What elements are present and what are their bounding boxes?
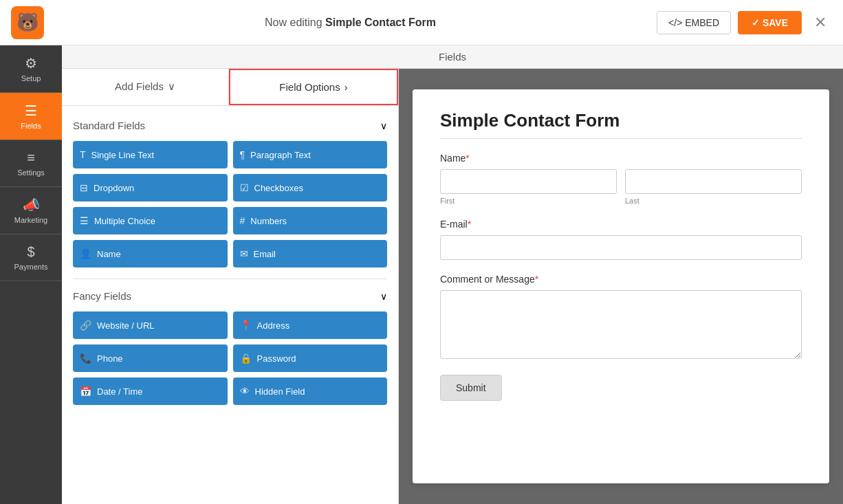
top-header: 🐻 Now editing Simple Contact Form </> EM… <box>0 0 843 45</box>
dropdown-icon: ⊟ <box>80 182 88 193</box>
field-btn-phone[interactable]: 📞 Phone <box>73 344 228 372</box>
field-btn-email[interactable]: ✉ Email <box>233 240 388 267</box>
fancy-fields-header: Fancy Fields ∨ <box>73 290 387 302</box>
paragraph-text-icon: ¶ <box>240 149 245 160</box>
email-required: * <box>468 219 471 230</box>
form-name: Simple Contact Form <box>325 17 436 28</box>
field-btn-website-url[interactable]: 🔗 Website / URL <box>73 311 228 339</box>
name-label: Name* <box>440 153 802 164</box>
standard-fields-title: Standard Fields <box>73 120 145 131</box>
phone-icon: 📞 <box>80 353 91 364</box>
sidebar-label-settings: Settings <box>17 168 45 177</box>
numbers-icon: # <box>240 215 245 226</box>
field-btn-name[interactable]: 👤 Name <box>73 240 228 267</box>
email-label: E-mail* <box>440 219 802 230</box>
fancy-fields-collapse-icon[interactable]: ∨ <box>380 291 387 302</box>
field-btn-checkboxes[interactable]: ☑ Checkboxes <box>233 174 388 201</box>
submit-button[interactable]: Submit <box>440 375 502 401</box>
sub-header-label: Fields <box>439 51 466 63</box>
first-name-sublabel: First <box>440 197 617 205</box>
first-name-wrap: First <box>440 169 617 205</box>
form-field-email: E-mail* <box>440 219 802 260</box>
tab-add-fields[interactable]: Add Fields ∨ <box>62 69 229 105</box>
website-icon: 🔗 <box>80 320 91 331</box>
sidebar-label-marketing: Marketing <box>14 216 47 224</box>
sidebar-label-fields: Fields <box>21 122 41 130</box>
field-options-arrow: › <box>344 81 348 93</box>
close-button[interactable]: ✕ <box>809 11 832 34</box>
header-title: Now editing Simple Contact Form <box>44 17 657 29</box>
sidebar-item-marketing[interactable]: 📣 Marketing <box>0 187 62 234</box>
standard-fields-collapse-icon[interactable]: ∨ <box>380 120 387 131</box>
sidebar-item-setup[interactable]: ⚙ Setup <box>0 45 62 93</box>
name-icon: 👤 <box>80 248 91 259</box>
field-btn-paragraph-text[interactable]: ¶ Paragraph Text <box>233 141 388 168</box>
first-name-input[interactable] <box>440 169 617 194</box>
payments-icon: $ <box>27 244 34 260</box>
field-btn-address[interactable]: 📍 Address <box>233 311 388 339</box>
gear-icon: ⚙ <box>25 55 37 72</box>
form-card: Simple Contact Form Name* First <box>413 89 829 483</box>
sidebar-item-settings[interactable]: ≡ Settings <box>0 140 62 187</box>
multiple-choice-icon: ☰ <box>80 215 89 226</box>
marketing-icon: 📣 <box>23 197 40 213</box>
sub-header: Fields <box>62 45 843 69</box>
content-area: Add Fields ∨ Field Options › Standard Fi… <box>62 69 843 504</box>
add-fields-arrow: ∨ <box>168 80 175 93</box>
form-divider <box>440 138 802 139</box>
comment-required: * <box>535 274 538 285</box>
checkboxes-icon: ☑ <box>240 182 249 193</box>
form-preview-title: Simple Contact Form <box>440 110 802 131</box>
header-actions: </> EMBED ✓ SAVE ✕ <box>657 11 832 34</box>
name-required: * <box>466 153 469 164</box>
email-icon: ✉ <box>240 248 248 259</box>
last-name-wrap: Last <box>625 169 802 205</box>
main-body: ⚙ Setup ☰ Fields ≡ Settings 📣 Marketing … <box>0 45 843 504</box>
fancy-fields-grid: 🔗 Website / URL 📍 Address 📞 Phone � <box>73 311 387 405</box>
date-time-icon: 📅 <box>80 386 91 397</box>
comment-label: Comment or Message* <box>440 274 802 285</box>
field-btn-dropdown[interactable]: ⊟ Dropdown <box>73 174 228 201</box>
settings-icon: ≡ <box>27 150 35 166</box>
editing-prefix: Now editing <box>265 17 325 28</box>
field-btn-numbers[interactable]: # Numbers <box>233 207 388 234</box>
name-inputs: First Last <box>440 169 802 205</box>
field-btn-hidden-field[interactable]: 👁 Hidden Field <box>233 377 388 405</box>
last-name-input[interactable] <box>625 169 802 194</box>
last-name-sublabel: Last <box>625 197 802 205</box>
tab-field-options[interactable]: Field Options › <box>229 69 398 105</box>
hidden-field-icon: 👁 <box>240 386 250 397</box>
sidebar-label-setup: Setup <box>21 74 41 83</box>
sidebar-item-payments[interactable]: $ Payments <box>0 234 62 281</box>
logo: 🐻 <box>11 6 44 39</box>
fields-panel: Add Fields ∨ Field Options › Standard Fi… <box>62 69 399 504</box>
add-fields-label: Add Fields <box>115 80 164 92</box>
embed-button[interactable]: </> EMBED <box>657 11 731 34</box>
sidebar-item-fields[interactable]: ☰ Fields <box>0 93 62 140</box>
standard-fields-grid: T Single Line Text ¶ Paragraph Text ⊟ Dr… <box>73 141 387 267</box>
logo-bear-icon: 🐻 <box>11 6 44 39</box>
fields-list: Standard Fields ∨ T Single Line Text ¶ P… <box>62 106 398 504</box>
sidebar: ⚙ Setup ☰ Fields ≡ Settings 📣 Marketing … <box>0 45 62 504</box>
address-icon: 📍 <box>240 320 252 331</box>
sidebar-label-payments: Payments <box>14 263 48 271</box>
form-preview: Simple Contact Form Name* First <box>399 69 843 504</box>
standard-fields-header: Standard Fields ∨ <box>73 120 387 131</box>
single-line-text-icon: T <box>80 149 86 160</box>
field-btn-password[interactable]: 🔒 Password <box>233 344 388 372</box>
field-options-label: Field Options <box>279 81 340 93</box>
field-btn-multiple-choice[interactable]: ☰ Multiple Choice <box>73 207 228 234</box>
field-btn-single-line-text[interactable]: T Single Line Text <box>73 141 228 168</box>
save-button[interactable]: ✓ SAVE <box>738 11 802 34</box>
email-input[interactable] <box>440 235 802 260</box>
panel-tabs: Add Fields ∨ Field Options › <box>62 69 398 106</box>
fields-icon: ☰ <box>25 102 37 119</box>
fancy-fields-title: Fancy Fields <box>73 290 131 302</box>
section-divider <box>73 278 387 279</box>
comment-textarea[interactable] <box>440 290 802 359</box>
field-btn-date-time[interactable]: 📅 Date / Time <box>73 377 228 405</box>
form-field-name: Name* First Last <box>440 153 802 205</box>
form-field-comment: Comment or Message* <box>440 274 802 361</box>
password-icon: 🔒 <box>240 353 252 364</box>
